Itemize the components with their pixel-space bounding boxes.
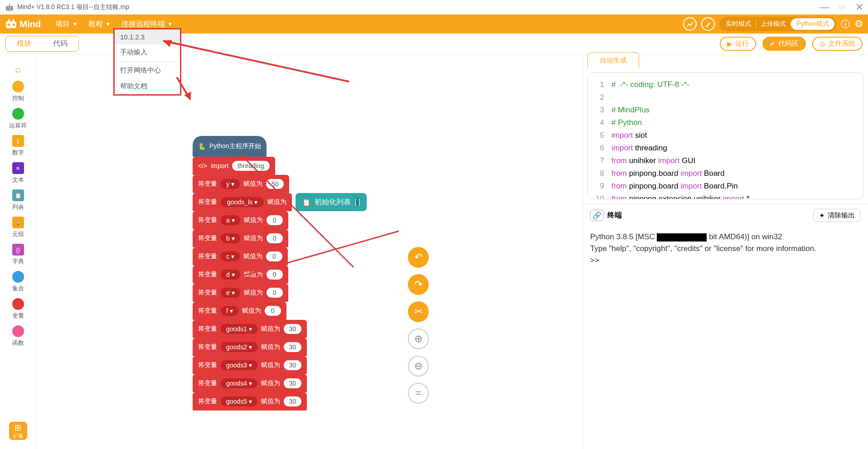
run-button[interactable]: ▶运行 (720, 37, 756, 51)
codearea-button[interactable]: ✔代码区 (762, 37, 806, 51)
mode-python[interactable]: Python模式 (791, 18, 834, 30)
terminal-label: 终端 (607, 211, 622, 220)
sidebar-text[interactable]: ≡文本 (12, 162, 24, 184)
tab-blocks[interactable]: 模块 (6, 36, 42, 51)
code-pane: 自动生成 1# -*- coding: UTF-8 -*-23# MindPlu… (582, 54, 868, 449)
sidebar-extension[interactable]: ⊞扩展 (9, 422, 27, 440)
filesystem-button[interactable]: ◎文件系统 (812, 37, 863, 51)
list-icon: 📋 (12, 189, 24, 201)
setvar-block[interactable]: 将变量a ▾赋值为0 (193, 211, 288, 229)
window-title: Mind+ V1.8.0 RC3.1 项目--自主结账.mp (17, 3, 129, 11)
terminal-clear-button[interactable]: ✦清除输出 (813, 209, 861, 222)
sidebar-variable[interactable]: 变量 (12, 298, 24, 320)
sidebar-control[interactable]: 控制 (12, 81, 24, 102)
setvar-block[interactable]: 将变量goods1 ▾赋值为30 (193, 320, 307, 338)
tab-code[interactable]: 代码 (42, 36, 78, 51)
link-icon: 🔗 (590, 210, 604, 221)
target-icon: ◎ (820, 40, 825, 48)
app-logo-icon: 🤖 (5, 3, 14, 12)
control-icon (12, 81, 24, 92)
tuple-icon: 🔒 (12, 217, 24, 228)
redo-button[interactable]: ↷ (408, 274, 429, 295)
python-icon: 🐍 (198, 143, 206, 150)
minimize-icon[interactable]: — (820, 1, 829, 13)
mindplus-logo: Mind (5, 16, 41, 32)
view-tabs: 模块 代码 (5, 36, 79, 52)
import-block[interactable]: </>importthreading (193, 157, 275, 175)
code-editor[interactable]: 1# -*- coding: UTF-8 -*-23# MindPlus4# P… (587, 72, 863, 199)
close-icon[interactable]: ✕ (855, 1, 863, 13)
sidebar-function[interactable]: 函数 (12, 325, 24, 347)
setvar-block[interactable]: 将变量goods5 ▾赋值为30 (193, 392, 307, 410)
setvar-block[interactable]: 将变量goods2 ▾赋值为30 (193, 338, 307, 356)
set-icon (12, 271, 24, 283)
sidebar-tuple[interactable]: 🔒元组 (12, 217, 24, 238)
terminal-line: Type "help", "copyright", "credits" or "… (590, 243, 861, 255)
function-icon (12, 325, 24, 337)
dropdown-help[interactable]: 帮助文档 (115, 78, 180, 94)
terminal-output[interactable]: Python 3.8.5 [MSC bit AMD64)] on win32 T… (583, 227, 868, 449)
dropdown-manual[interactable]: 手动输入 (115, 44, 180, 60)
sidebar-search[interactable]: ⌕ (15, 63, 21, 75)
chevron-down-icon: ▼ (73, 21, 78, 27)
svg-rect-1 (8, 24, 10, 26)
dropdown-ip[interactable]: 10.1.2.3 (115, 29, 180, 44)
watermark: DF (839, 4, 846, 11)
initlist-block[interactable]: 📋初始化列表[ ] (296, 193, 367, 211)
category-sidebar: ⌕ 控制 运算符 1数字 ≡文本 📋列表 🔒元组 {}字典 集合 变量 函数 ⊞… (0, 54, 36, 449)
code-tab-auto[interactable]: 自动生成 (587, 52, 639, 68)
menu-tutorial[interactable]: 教程▼ (83, 14, 116, 34)
setvar-block[interactable]: 将变量goods4 ▾赋值为30 (193, 374, 307, 392)
variable-icon (12, 298, 24, 310)
eraser-icon: ✦ (819, 212, 825, 220)
undo-button[interactable]: ↶ (408, 247, 429, 268)
terminal-header: 🔗 终端 ✦清除输出 (583, 204, 868, 227)
edit-icon-button[interactable] (701, 17, 715, 31)
setvar-block[interactable]: 将变量goods3 ▾赋值为30 (193, 356, 307, 374)
crop-button[interactable]: ✂ (408, 301, 429, 322)
mode-realtime[interactable]: 实时模式 (721, 19, 756, 29)
blocks-canvas[interactable]: 🐍Python主程序开始</>importthreading将变量y ▾赋值为5… (36, 54, 582, 449)
hat-block[interactable]: 🐍Python主程序开始 (193, 136, 267, 157)
zoom-in-button[interactable]: ⊕ (408, 328, 429, 349)
svg-rect-4 (13, 19, 14, 22)
search-icon: ⌕ (15, 63, 21, 75)
terminal-prompt: >> (590, 255, 861, 266)
zoom-out-button[interactable]: ⊖ (408, 356, 429, 377)
sidebar-list[interactable]: 📋列表 (12, 189, 24, 211)
mode-upload[interactable]: 上传模式 (756, 19, 791, 29)
svg-rect-2 (13, 24, 15, 26)
mode-switcher[interactable]: 实时模式 上传模式 Python模式 (719, 17, 836, 31)
setvar-block[interactable]: 将变量goods_ls ▾赋值为 (193, 193, 292, 211)
settings-icon[interactable]: ⚙ (854, 18, 863, 30)
sidebar-set[interactable]: 集合 (12, 271, 24, 293)
menu-project[interactable]: 项目▼ (50, 14, 83, 34)
zoom-reset-button[interactable]: = (408, 383, 429, 404)
setvar-block[interactable]: 将变量b ▾赋值为0 (193, 229, 288, 247)
setvar-block[interactable]: 将变量f ▾赋值为0 (193, 302, 286, 320)
chart-icon-button[interactable] (683, 17, 697, 31)
operator-icon (12, 108, 24, 120)
setvar-block[interactable]: 将变量e ▾赋值为0 (193, 284, 288, 302)
redacted-text (657, 233, 707, 241)
puzzle-icon: ⊞ (15, 423, 21, 433)
setvar-block[interactable]: 将变量d ▾赋值为0 (193, 266, 288, 284)
help-icon[interactable]: ⓘ (841, 18, 850, 30)
title-bar: 🤖 Mind+ V1.8.0 RC3.1 项目--自主结账.mp — DF ✕ (0, 0, 868, 14)
sidebar-number[interactable]: 1数字 (12, 135, 24, 157)
number-icon: 1 (12, 135, 24, 147)
sidebar-operator[interactable]: 运算符 (9, 108, 27, 130)
dict-icon: {} (12, 244, 24, 256)
svg-rect-3 (8, 19, 10, 22)
check-icon: ✔ (770, 40, 776, 48)
dropdown-netcenter[interactable]: 打开网络中心 (115, 63, 180, 78)
chevron-down-icon: ▼ (106, 21, 111, 27)
chevron-down-icon: ▼ (168, 21, 173, 27)
connect-dropdown: 10.1.2.3 手动输入 打开网络中心 帮助文档 (113, 28, 181, 96)
code-icon: </> (198, 162, 207, 169)
setvar-block[interactable]: 将变量y ▾赋值为50 (193, 175, 289, 193)
sidebar-dict[interactable]: {}字典 (12, 244, 24, 266)
play-icon: ▶ (727, 40, 732, 48)
text-icon: ≡ (12, 162, 24, 174)
setvar-block[interactable]: 将变量c ▾赋值为0 (193, 247, 288, 266)
